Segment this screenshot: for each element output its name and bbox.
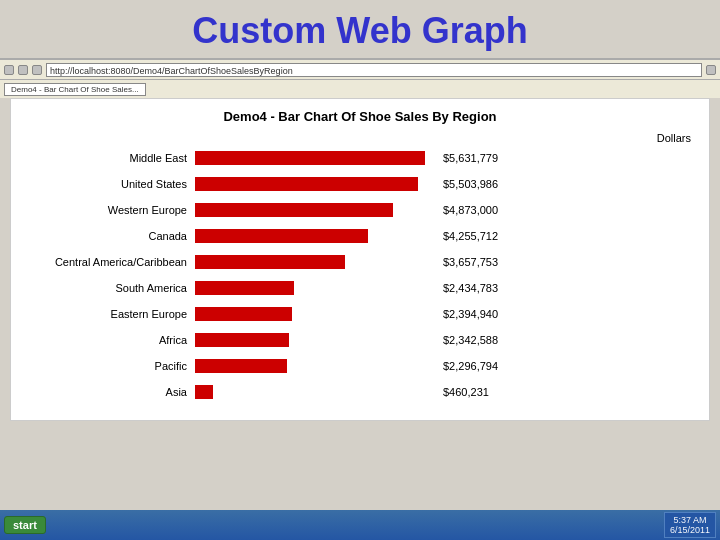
- bar-area: [195, 203, 435, 217]
- region-label: Eastern Europe: [25, 308, 195, 320]
- region-label: Middle East: [25, 152, 195, 164]
- start-button[interactable]: start: [4, 516, 46, 534]
- bar-row: Africa$2,342,588: [25, 328, 695, 352]
- bar-row: Pacific$2,296,794: [25, 354, 695, 378]
- bar-value: $2,394,940: [435, 308, 498, 320]
- bar: [195, 385, 213, 399]
- bar: [195, 333, 289, 347]
- chart-container: Demo4 - Bar Chart Of Shoe Sales By Regio…: [10, 98, 710, 421]
- bar-area: [195, 151, 435, 165]
- taskbar: start 5:37 AM 6/15/2011: [0, 510, 720, 540]
- bar: [195, 255, 345, 269]
- bar: [195, 203, 393, 217]
- bar-row: Central America/Caribbean$3,657,753: [25, 250, 695, 274]
- bar-chart: Middle East$5,631,779United States$5,503…: [25, 146, 695, 404]
- bar-value: $2,296,794: [435, 360, 498, 372]
- bar: [195, 307, 292, 321]
- region-label: Africa: [25, 334, 195, 346]
- bar: [195, 359, 287, 373]
- browser-toolbar: http://localhost:8080/Demo4/BarChartOfSh…: [0, 58, 720, 80]
- bar: [195, 177, 418, 191]
- browser-tab[interactable]: Demo4 - Bar Chart Of Shoe Sales...: [4, 83, 146, 96]
- dollars-label: Dollars: [25, 132, 695, 144]
- region-label: Canada: [25, 230, 195, 242]
- bar-area: [195, 255, 435, 269]
- bar-area: [195, 307, 435, 321]
- bar-row: United States$5,503,986: [25, 172, 695, 196]
- slide-title: Custom Web Graph: [0, 0, 720, 58]
- bar-value: $5,631,779: [435, 152, 498, 164]
- browser-go[interactable]: [706, 65, 716, 75]
- region-label: United States: [25, 178, 195, 190]
- bar-row: South America$2,434,783: [25, 276, 695, 300]
- region-label: South America: [25, 282, 195, 294]
- bar-value: $460,231: [435, 386, 489, 398]
- bar-row: Middle East$5,631,779: [25, 146, 695, 170]
- bar: [195, 151, 425, 165]
- region-label: Pacific: [25, 360, 195, 372]
- region-label: Asia: [25, 386, 195, 398]
- region-label: Western Europe: [25, 204, 195, 216]
- bar-value: $4,873,000: [435, 204, 498, 216]
- bar-row: Asia$460,231: [25, 380, 695, 404]
- browser-tabs-bar: Demo4 - Bar Chart Of Shoe Sales...: [0, 80, 720, 98]
- browser-btn-max[interactable]: [18, 65, 28, 75]
- bar-row: Western Europe$4,873,000: [25, 198, 695, 222]
- bar-area: [195, 385, 435, 399]
- bar-row: Eastern Europe$2,394,940: [25, 302, 695, 326]
- bar-value: $5,503,986: [435, 178, 498, 190]
- bar-area: [195, 281, 435, 295]
- bar-area: [195, 333, 435, 347]
- bar: [195, 229, 368, 243]
- bar-area: [195, 177, 435, 191]
- bar-area: [195, 229, 435, 243]
- bar-value: $2,434,783: [435, 282, 498, 294]
- bar-value: $3,657,753: [435, 256, 498, 268]
- bar-value: $4,255,712: [435, 230, 498, 242]
- bar-row: Canada$4,255,712: [25, 224, 695, 248]
- browser-btn-close[interactable]: [32, 65, 42, 75]
- region-label: Central America/Caribbean: [25, 256, 195, 268]
- browser-btn-min[interactable]: [4, 65, 14, 75]
- browser-url[interactable]: http://localhost:8080/Demo4/BarChartOfSh…: [46, 63, 702, 77]
- chart-title: Demo4 - Bar Chart Of Shoe Sales By Regio…: [25, 109, 695, 124]
- bar-value: $2,342,588: [435, 334, 498, 346]
- taskbar-right: 5:37 AM 6/15/2011: [664, 512, 716, 538]
- taskbar-time: 5:37 AM 6/15/2011: [664, 512, 716, 538]
- bar-area: [195, 359, 435, 373]
- bar: [195, 281, 294, 295]
